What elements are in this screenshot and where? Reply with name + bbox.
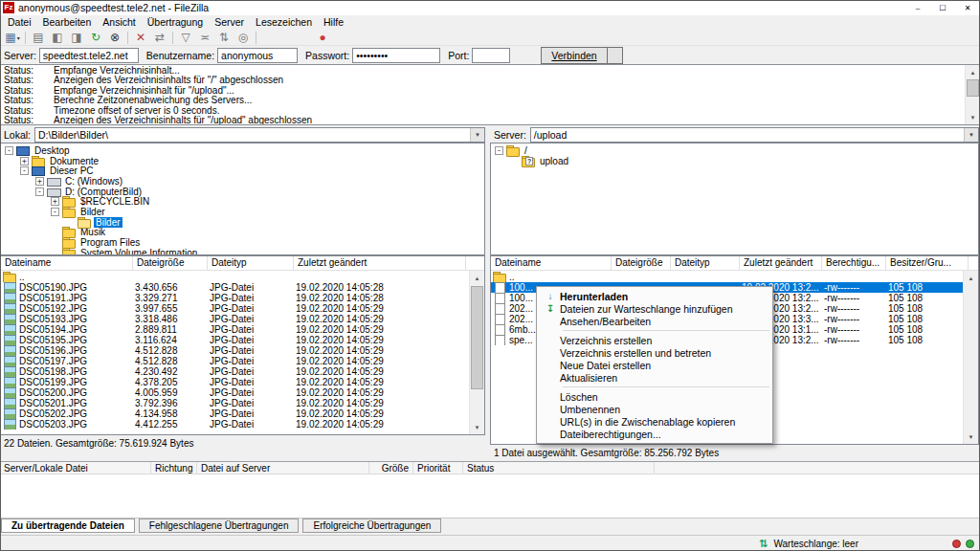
- local-path-combo[interactable]: D:\Bilder\Bilder\: [34, 127, 485, 143]
- minimize-button[interactable]: –: [905, 0, 930, 15]
- tree-expander-icon[interactable]: -: [5, 146, 13, 155]
- tree-item[interactable]: Program Files: [1, 237, 484, 248]
- synchronized-browsing-button[interactable]: ⇅: [214, 30, 234, 46]
- menu-item-ansicht[interactable]: Ansicht: [97, 15, 141, 30]
- close-button[interactable]: ✕: [955, 0, 980, 15]
- column-header[interactable]: Berechtigu...: [822, 256, 886, 271]
- server-input[interactable]: [39, 48, 139, 63]
- maximize-button[interactable]: ☐: [930, 0, 955, 15]
- tree-expander-icon[interactable]: -: [20, 166, 29, 175]
- toggle-local-tree-button[interactable]: ◧: [48, 30, 67, 46]
- toggle-remote-tree-button[interactable]: ◨: [67, 30, 86, 46]
- column-header[interactable]: Dateityp: [208, 256, 294, 271]
- connect-dropdown-icon[interactable]: [608, 47, 623, 64]
- toggle-log-button[interactable]: ▤: [29, 30, 48, 46]
- tree-expander-icon[interactable]: +: [35, 177, 44, 186]
- file-row[interactable]: DSC05191.JPG3.329.271JPG-Datei19.02.2020…: [1, 293, 469, 303]
- tree-item[interactable]: -Dieser PC: [1, 165, 484, 176]
- tree-item[interactable]: +$RECYCLE.BIN: [1, 196, 484, 207]
- file-row[interactable]: DSC05193.JPG3.318.486JPG-Datei19.02.2020…: [1, 314, 469, 324]
- file-row[interactable]: DSC05192.JPG3.997.655JPG-Datei19.02.2020…: [1, 303, 469, 314]
- local-scrollbar-thumb[interactable]: [471, 286, 483, 389]
- file-row[interactable]: ..: [1, 272, 469, 282]
- find-files-button[interactable]: ◎: [234, 30, 253, 46]
- disconnect-button[interactable]: ✕: [131, 30, 150, 46]
- tree-expander-icon[interactable]: -: [35, 187, 44, 196]
- tree-expander-icon[interactable]: -: [51, 208, 59, 216]
- queue-column-header[interactable]: Server/Lokale Datei: [0, 462, 151, 474]
- queue-column-header[interactable]: Richtung: [151, 462, 197, 474]
- tree-item[interactable]: +Dokumente: [1, 156, 484, 166]
- file-row[interactable]: DSC05202.JPG4.134.958JPG-Datei19.02.2020…: [1, 408, 469, 419]
- file-row[interactable]: DSC05196.JPG4.512.828JPG-Datei19.02.2020…: [1, 345, 469, 356]
- directory-compare-button[interactable]: ≍: [195, 30, 214, 46]
- recording-indicator-button[interactable]: ●: [313, 30, 332, 46]
- remote-path-dropdown-icon[interactable]: [964, 128, 978, 142]
- column-header[interactable]: Dateityp: [671, 256, 740, 271]
- menu-item-lesezeichen[interactable]: Lesezeichen: [250, 15, 318, 30]
- tree-item[interactable]: -Bilder: [1, 207, 484, 217]
- file-row[interactable]: DSC05194.JPG2.889.811JPG-Datei19.02.2020…: [1, 324, 469, 335]
- file-row[interactable]: DSC05197.JPG4.512.828JPG-Datei19.02.2020…: [1, 356, 469, 366]
- context-menu-item[interactable]: Löschen: [537, 390, 772, 403]
- menu-item-hilfe[interactable]: Hilfe: [318, 15, 349, 30]
- context-menu-item[interactable]: URL(s) in die Zwischenablage kopieren: [537, 415, 772, 428]
- tree-item[interactable]: Bilder: [1, 217, 484, 228]
- column-header[interactable]: Dateiname: [491, 256, 612, 271]
- username-input[interactable]: [217, 48, 298, 63]
- tree-expander-icon[interactable]: +: [51, 197, 59, 206]
- context-menu-item[interactable]: Verzeichnis erstellen: [537, 334, 772, 346]
- remote-list-scrollbar[interactable]: [963, 271, 978, 444]
- connect-button[interactable]: Verbinden: [541, 47, 607, 64]
- tree-item[interactable]: -Desktop: [1, 145, 484, 156]
- scroll-up-icon[interactable]: [964, 271, 978, 285]
- column-header[interactable]: Dateigröße: [612, 256, 671, 271]
- column-header[interactable]: Zuletzt geändert: [740, 256, 822, 271]
- context-menu-item[interactable]: Dateiberechtigungen...: [537, 428, 772, 440]
- queue-tab-2[interactable]: Erfolgreiche Übertragungen: [302, 518, 441, 533]
- tree-item[interactable]: System Volume Information: [1, 248, 484, 255]
- file-row[interactable]: DSC05201.JPG3.792.396JPG-Datei19.02.2020…: [1, 398, 469, 408]
- cancel-button[interactable]: ⊗: [105, 30, 124, 46]
- tree-item[interactable]: -D: (ComputerBild): [1, 187, 484, 197]
- file-row[interactable]: DSC05198.JPG4.230.492JPG-Datei19.02.2020…: [1, 366, 469, 377]
- log-scrollbar[interactable]: [965, 65, 980, 124]
- filter-button[interactable]: ▽: [176, 30, 195, 46]
- context-menu-item[interactable]: Verzeichnis erstellen und betreten: [537, 346, 772, 359]
- local-list-scrollbar[interactable]: [469, 271, 484, 434]
- column-header[interactable]: Besitzer/Gru...: [886, 256, 969, 271]
- site-manager-button[interactable]: ▦▾: [3, 30, 22, 46]
- column-header[interactable]: Dateiname: [1, 256, 133, 271]
- reconnect-button[interactable]: ⇄: [150, 30, 169, 46]
- tree-expander-icon[interactable]: -: [495, 146, 503, 155]
- scroll-down-icon[interactable]: [964, 430, 978, 444]
- file-row[interactable]: DSC05195.JPG3.116.624JPG-Datei19.02.2020…: [1, 335, 469, 345]
- menu-item-server[interactable]: Server: [209, 15, 250, 30]
- file-row[interactable]: DSC05203.JPG4.412.255JPG-Datei19.02.2020…: [1, 419, 469, 430]
- log-scrollbar-thumb[interactable]: [967, 79, 979, 97]
- tree-item[interactable]: +C: (Windows): [1, 176, 484, 187]
- queue-column-header[interactable]: Status: [463, 462, 655, 474]
- refresh-button[interactable]: ↻: [86, 30, 105, 46]
- scroll-up-icon[interactable]: [470, 271, 484, 285]
- menu-item-datei[interactable]: Datei: [2, 15, 37, 30]
- menu-item-bearbeiten[interactable]: Bearbeiten: [37, 15, 98, 30]
- scroll-down-icon[interactable]: [966, 110, 980, 124]
- file-row[interactable]: DSC05200.JPG4.005.959JPG-Datei19.02.2020…: [1, 387, 469, 398]
- queue-column-header[interactable]: Priorität: [413, 462, 463, 474]
- tree-item[interactable]: -/: [491, 145, 978, 156]
- remote-path-combo[interactable]: /upload: [530, 127, 979, 143]
- tree-item[interactable]: ?upload: [491, 156, 978, 166]
- context-menu-item[interactable]: ↓Herunterladen: [537, 290, 772, 302]
- file-row[interactable]: DSC05190.JPG3.430.656JPG-Datei19.02.2020…: [1, 282, 469, 293]
- menu-item-übertragung[interactable]: Übertragung: [142, 15, 209, 30]
- password-input[interactable]: [352, 48, 440, 63]
- tree-item[interactable]: Musik: [1, 228, 484, 238]
- context-menu-item[interactable]: ↧Dateien zur Warteschlange hinzufügen: [537, 302, 772, 315]
- column-header[interactable]: Zuletzt geändert: [294, 256, 466, 271]
- queue-column-header[interactable]: Größe: [369, 462, 413, 474]
- tree-expander-icon[interactable]: +: [20, 157, 29, 165]
- scroll-down-icon[interactable]: [470, 420, 484, 434]
- queue-tab-0[interactable]: Zu übertragende Dateien: [1, 518, 135, 533]
- context-menu-item[interactable]: Umbenennen: [537, 403, 772, 415]
